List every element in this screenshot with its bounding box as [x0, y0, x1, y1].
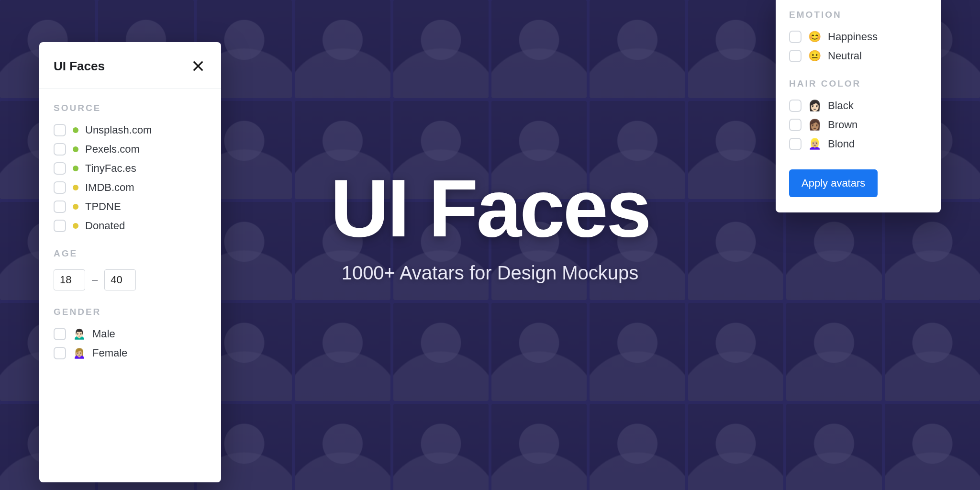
emotion-emoji-icon: 😐: [808, 51, 821, 61]
hair-label: Brown: [828, 119, 858, 131]
checkbox[interactable]: [789, 50, 802, 62]
hair-emoji-icon: 👩🏽: [808, 120, 821, 130]
hair-section: HAIR COLOR 👩🏻Black👩🏽Brown👱🏼‍♀️Blond: [789, 78, 927, 150]
filter-panel-left: UI Faces SOURCE Unsplash.comPexels.comTi…: [39, 42, 221, 482]
status-dot-icon: [73, 146, 78, 152]
source-label: Donated: [85, 220, 125, 232]
gender-label: Male: [92, 328, 115, 340]
hero: UI Faces 1000+ Avatars for Design Mockup…: [330, 167, 649, 284]
hair-emoji-icon: 👱🏼‍♀️: [808, 139, 821, 149]
checkbox[interactable]: [789, 119, 802, 131]
emotion-emoji-icon: 😊: [808, 32, 821, 42]
hair-label: HAIR COLOR: [789, 78, 927, 89]
age-max-input[interactable]: [104, 269, 136, 290]
gender-emoji-icon: 🙍🏻‍♂️: [73, 329, 86, 339]
checkbox[interactable]: [54, 220, 66, 232]
checkbox[interactable]: [789, 31, 802, 43]
filter-panel-right: EMOTION 😊Happiness😐Neutral HAIR COLOR 👩🏻…: [776, 0, 941, 212]
checkbox[interactable]: [54, 181, 66, 194]
status-dot-icon: [73, 204, 78, 210]
source-option[interactable]: Donated: [54, 220, 207, 232]
source-option[interactable]: TPDNE: [54, 200, 207, 213]
status-dot-icon: [73, 166, 78, 171]
gender-emoji-icon: 🙍🏼‍♀️: [73, 348, 86, 358]
hair-emoji-icon: 👩🏻: [808, 100, 821, 111]
emotion-label: Happiness: [828, 31, 878, 43]
hero-subtitle: 1000+ Avatars for Design Mockups: [330, 262, 649, 284]
hair-label: Black: [828, 100, 854, 112]
status-dot-icon: [73, 223, 78, 229]
close-icon: [191, 59, 205, 73]
source-option[interactable]: Pexels.com: [54, 143, 207, 156]
close-button[interactable]: [189, 57, 207, 75]
source-section: SOURCE Unsplash.comPexels.comTinyFac.esI…: [54, 103, 207, 232]
hair-label: Blond: [828, 138, 855, 150]
emotion-option[interactable]: 😐Neutral: [789, 50, 927, 62]
checkbox[interactable]: [54, 200, 66, 213]
checkbox[interactable]: [789, 100, 802, 112]
age-label: AGE: [54, 248, 207, 259]
source-label: Unsplash.com: [85, 124, 152, 136]
source-label: SOURCE: [54, 103, 207, 113]
source-label: TPDNE: [85, 200, 121, 213]
age-min-input[interactable]: [54, 269, 85, 290]
checkbox[interactable]: [54, 143, 66, 156]
emotion-option[interactable]: 😊Happiness: [789, 31, 927, 43]
source-label: TinyFac.es: [85, 162, 136, 175]
hair-option[interactable]: 👩🏽Brown: [789, 119, 927, 131]
age-section: AGE –: [54, 248, 207, 290]
age-range-dash: –: [92, 274, 98, 286]
gender-label: Female: [92, 347, 127, 359]
panel-title: UI Faces: [54, 59, 105, 74]
gender-option[interactable]: 🙍🏼‍♀️Female: [54, 347, 207, 359]
checkbox[interactable]: [54, 124, 66, 136]
hair-option[interactable]: 👱🏼‍♀️Blond: [789, 138, 927, 150]
checkbox[interactable]: [54, 162, 66, 175]
checkbox[interactable]: [789, 138, 802, 150]
status-dot-icon: [73, 127, 78, 133]
emotion-label: EMOTION: [789, 10, 927, 20]
source-option[interactable]: Unsplash.com: [54, 124, 207, 136]
source-label: Pexels.com: [85, 143, 140, 156]
gender-label: GENDER: [54, 307, 207, 317]
apply-avatars-button[interactable]: Apply avatars: [789, 169, 878, 197]
emotion-label: Neutral: [828, 50, 862, 62]
hair-option[interactable]: 👩🏻Black: [789, 100, 927, 112]
source-option[interactable]: TinyFac.es: [54, 162, 207, 175]
status-dot-icon: [73, 185, 78, 190]
source-label: IMDB.com: [85, 181, 134, 194]
checkbox[interactable]: [54, 347, 66, 359]
gender-section: GENDER 🙍🏻‍♂️Male🙍🏼‍♀️Female: [54, 307, 207, 359]
gender-option[interactable]: 🙍🏻‍♂️Male: [54, 328, 207, 340]
emotion-section: EMOTION 😊Happiness😐Neutral: [789, 10, 927, 62]
source-option[interactable]: IMDB.com: [54, 181, 207, 194]
checkbox[interactable]: [54, 328, 66, 340]
hero-title: UI Faces: [330, 167, 649, 249]
